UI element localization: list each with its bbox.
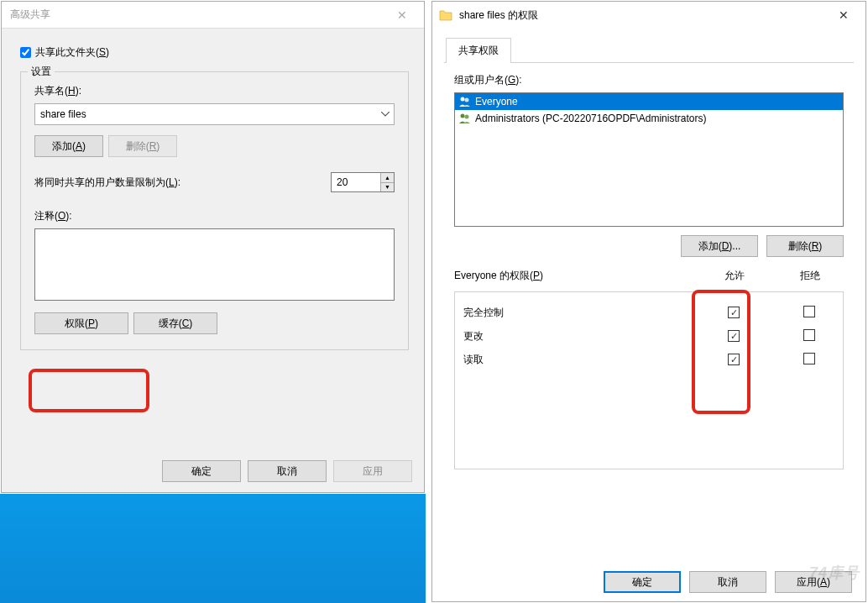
folder-icon <box>439 9 452 21</box>
apply-button: 应用 <box>333 460 412 482</box>
svg-point-0 <box>461 97 465 102</box>
tab-share-permissions[interactable]: 共享权限 <box>446 38 511 63</box>
dialog-buttons: 确定 取消 应用 <box>162 460 412 482</box>
list-item-label: Administrators (PC-20220716OPDF\Administ… <box>475 113 706 124</box>
perm-row-change: 更改 <box>455 324 843 348</box>
add-user-button[interactable]: 添加(D)... <box>681 235 758 257</box>
ok-button[interactable]: 确定 <box>162 460 241 482</box>
dialog-body: 共享权限 组或用户名(G): Everyone <box>432 37 865 469</box>
allow-checkbox[interactable] <box>728 330 740 342</box>
comment-textarea[interactable] <box>34 228 395 301</box>
chevron-down-icon[interactable] <box>377 104 394 124</box>
svg-point-2 <box>461 114 465 118</box>
user-limit-spinner[interactable]: 20 ▲ ▼ <box>331 172 395 192</box>
permissions-button[interactable]: 权限(P) <box>34 312 128 334</box>
perm-name: 完全控制 <box>463 306 692 320</box>
perm-header-name: Everyone 的权限(P) <box>454 269 693 283</box>
comment-label: 注释(O): <box>34 209 395 223</box>
list-item[interactable]: Everyone <box>455 93 843 110</box>
desktop-background <box>0 494 426 603</box>
settings-group-title: 设置 <box>28 65 55 79</box>
allow-checkbox[interactable] <box>728 307 740 318</box>
cancel-button[interactable]: 取消 <box>248 460 327 482</box>
share-name-value: share files <box>40 108 86 120</box>
share-name-label: 共享名(H): <box>34 84 395 98</box>
dialog-buttons: 确定 取消 应用(A) <box>604 571 852 593</box>
share-folder-checkbox[interactable] <box>20 47 31 58</box>
perm-row-read: 读取 <box>455 348 843 371</box>
list-item[interactable]: Administrators (PC-20220716OPDF\Administ… <box>455 110 843 127</box>
perm-name: 更改 <box>463 329 692 343</box>
deny-checkbox[interactable] <box>803 353 815 364</box>
dialog-title: share files 的权限 <box>458 8 829 23</box>
list-buttons: 添加(D)... 删除(R) <box>454 235 844 257</box>
user-limit-value: 20 <box>337 176 348 188</box>
add-share-button[interactable]: 添加(A) <box>34 135 103 157</box>
close-icon[interactable]: ✕ <box>387 3 417 27</box>
deny-checkbox[interactable] <box>803 329 815 341</box>
col-deny-header: 拒绝 <box>776 269 844 283</box>
cache-button[interactable]: 缓存(C) <box>133 312 217 334</box>
settings-groupbox: 设置 共享名(H): share files 添加(A) 删除(R) 将同时共享… <box>20 71 409 350</box>
share-name-combo[interactable]: share files <box>34 103 395 125</box>
deny-checkbox[interactable] <box>803 306 815 317</box>
remove-user-button[interactable]: 删除(R) <box>766 235 844 257</box>
titlebar: share files 的权限 ✕ <box>432 2 865 29</box>
spinner-buttons[interactable]: ▲ ▼ <box>380 173 394 191</box>
users-icon <box>458 96 472 107</box>
permissions-box: 完全控制 更改 读取 <box>454 291 844 469</box>
groups-label: 组或用户名(G): <box>454 73 844 87</box>
list-item-label: Everyone <box>475 96 518 107</box>
dialog-body: 共享此文件夹(S) 设置 共享名(H): share files 添加(A) 删… <box>2 29 424 362</box>
ok-button[interactable]: 确定 <box>604 571 681 593</box>
permissions-header: Everyone 的权限(P) 允许 拒绝 <box>454 269 844 283</box>
allow-checkbox[interactable] <box>728 354 740 365</box>
spinner-down-icon[interactable]: ▼ <box>381 183 394 192</box>
spinner-up-icon[interactable]: ▲ <box>381 173 394 183</box>
titlebar: 高级共享 ✕ <box>2 2 424 29</box>
share-name-buttons: 添加(A) 删除(R) <box>34 135 395 157</box>
tab-content: 组或用户名(G): Everyone <box>444 73 854 469</box>
user-limit-label: 将同时共享的用户数量限制为(L): <box>34 176 331 190</box>
perm-name: 读取 <box>463 353 692 367</box>
cancel-button[interactable]: 取消 <box>689 571 766 593</box>
col-allow-header: 允许 <box>693 269 776 283</box>
permissions-dialog: share files 的权限 ✕ 共享权限 组或用户名(G): Everyon… <box>431 1 866 602</box>
tab-strip: 共享权限 <box>444 37 854 63</box>
advanced-sharing-dialog: 高级共享 ✕ 共享此文件夹(S) 设置 共享名(H): share files … <box>1 1 425 493</box>
remove-share-button: 删除(R) <box>108 135 177 157</box>
perm-row-full-control: 完全控制 <box>455 301 843 324</box>
close-icon[interactable]: ✕ <box>829 3 859 27</box>
share-folder-label: 共享此文件夹(S) <box>35 45 109 60</box>
svg-point-1 <box>465 98 469 102</box>
user-limit-row: 将同时共享的用户数量限制为(L): 20 ▲ ▼ <box>34 172 395 192</box>
dialog-title: 高级共享 <box>8 8 387 22</box>
svg-point-3 <box>465 115 469 119</box>
perm-cache-buttons: 权限(P) 缓存(C) <box>34 312 395 334</box>
share-folder-checkbox-row[interactable]: 共享此文件夹(S) <box>20 45 409 60</box>
users-listbox[interactable]: Everyone Administrators (PC-20220716OPDF… <box>454 92 844 227</box>
users-icon <box>458 113 472 124</box>
apply-button[interactable]: 应用(A) <box>775 571 852 593</box>
